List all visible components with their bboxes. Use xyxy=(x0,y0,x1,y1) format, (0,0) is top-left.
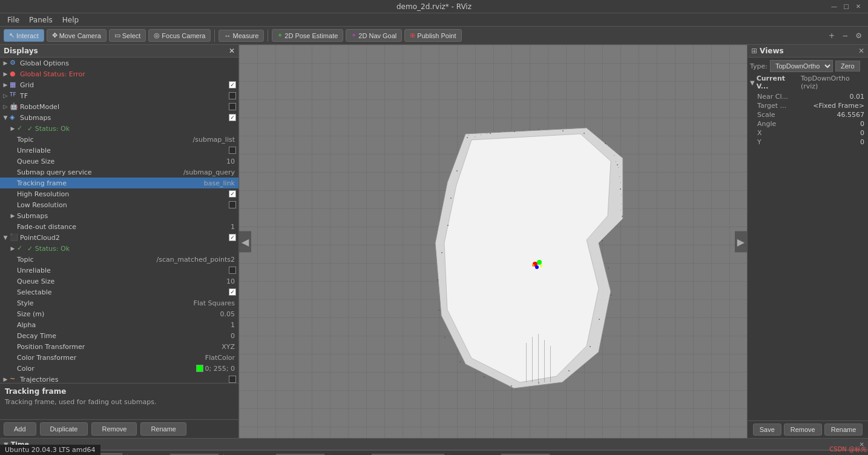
pc2-checkbox[interactable] xyxy=(228,233,237,242)
spacer xyxy=(10,333,16,339)
list-item[interactable]: Submap query service /submap_query xyxy=(0,167,238,178)
selectable-checkbox[interactable] xyxy=(228,287,237,297)
measure-icon: ↔ xyxy=(224,32,231,39)
list-item[interactable]: ▼ ⬛ PointCloud2 xyxy=(0,232,238,243)
list-item[interactable]: High Resolution xyxy=(0,188,238,199)
list-item[interactable]: Decay Time 0 xyxy=(0,330,238,341)
remove-button[interactable]: Remove xyxy=(91,422,137,436)
svg-rect-37 xyxy=(614,155,614,156)
close-button[interactable]: ✕ xyxy=(853,1,863,11)
list-item[interactable]: Unreliable xyxy=(0,265,238,276)
list-item[interactable]: ▶ ~ Trajectories xyxy=(0,374,238,383)
focus-camera-button[interactable]: ◎ Focus Camera xyxy=(148,29,211,42)
list-item[interactable]: Low Resolution xyxy=(0,199,238,210)
lowres-checkbox[interactable] xyxy=(228,200,237,210)
tree-item-label: RobotModel xyxy=(20,103,228,111)
rename-button[interactable]: Rename xyxy=(140,422,186,436)
svg-rect-5 xyxy=(538,129,539,130)
list-item[interactable]: Selectable xyxy=(0,287,238,297)
list-item[interactable]: ▶ ● Global Status: Error xyxy=(0,68,238,79)
expand-icon: ▼ xyxy=(2,115,8,121)
save-button[interactable]: Save xyxy=(753,423,781,436)
tree-item-label: Unreliable xyxy=(17,147,228,154)
nav-goal-button[interactable]: ✦ 2D Nav Goal xyxy=(346,29,402,42)
list-item[interactable]: Position Transformer XYZ xyxy=(0,341,238,352)
remove-view-button[interactable]: Remove xyxy=(784,423,822,436)
svg-rect-11 xyxy=(622,216,623,217)
spacer xyxy=(10,365,16,371)
add-button[interactable]: Add xyxy=(4,422,36,436)
publish-point-button[interactable]: ⊕ Publish Point xyxy=(404,29,461,42)
section-expand-icon: ▼ xyxy=(750,79,755,86)
rename-view-button[interactable]: Rename xyxy=(824,423,863,436)
list-item[interactable]: Fade-out distance 1 xyxy=(0,221,238,232)
tree-item-label: PointCloud2 xyxy=(20,234,228,242)
grid-checkbox[interactable] xyxy=(228,80,237,90)
move-camera-button[interactable]: ✥ Move Camera xyxy=(47,29,107,42)
status-ok-icon: ✓ xyxy=(17,124,25,133)
measure-button[interactable]: ↔ Measure xyxy=(219,30,264,42)
menu-panels[interactable]: Panels xyxy=(24,15,58,25)
svg-rect-34 xyxy=(505,131,505,132)
list-item[interactable]: ▶ ▦ Grid xyxy=(0,79,238,90)
list-item[interactable]: ▶ ✓ ✓ Status: Ok xyxy=(0,243,238,254)
submaps-checkbox[interactable] xyxy=(228,113,237,122)
svg-rect-2 xyxy=(467,137,468,138)
expand-icon: ▶ xyxy=(10,125,16,131)
menu-file[interactable]: File xyxy=(2,15,24,25)
svg-rect-35 xyxy=(523,130,524,130)
tree-item-label: Color xyxy=(17,365,196,373)
unreliable-checkbox[interactable] xyxy=(228,145,237,155)
unreliable2-checkbox[interactable] xyxy=(228,265,237,275)
select-button[interactable]: ▭ Select xyxy=(109,29,146,42)
list-item[interactable]: Topic /scan_matched_points2 xyxy=(0,254,238,265)
view-name: TopDownOrtho (rviz) xyxy=(801,75,866,90)
list-item[interactable]: Size (m) 0.05 xyxy=(0,308,238,319)
list-item[interactable]: ▶ ✓ ✓ Status: Ok xyxy=(0,123,238,134)
svg-rect-15 xyxy=(599,319,600,320)
tree-item-label: Color Transformer xyxy=(17,354,205,362)
list-item[interactable]: ▼ ◈ Submaps xyxy=(0,112,238,123)
tf-checkbox[interactable] xyxy=(228,91,237,101)
list-item[interactable]: Queue Size 10 xyxy=(0,276,238,287)
zoom-in-icon[interactable]: + xyxy=(826,32,837,40)
type-select[interactable]: TopDownOrtho xyxy=(770,60,833,72)
list-item[interactable]: ▷ 🤖 RobotModel xyxy=(0,101,238,112)
list-item[interactable]: Unreliable xyxy=(0,145,238,156)
maximize-button[interactable]: □ xyxy=(841,1,851,11)
tree-item-label: Unreliable xyxy=(17,267,228,274)
interact-button[interactable]: ↖ Interact xyxy=(4,29,44,42)
duplicate-button[interactable]: Duplicate xyxy=(40,422,88,436)
pose-estimate-button[interactable]: ✦ 2D Pose Estimate xyxy=(272,29,343,42)
menu-help[interactable]: Help xyxy=(58,15,84,25)
displays-close-button[interactable]: ✕ xyxy=(229,47,235,55)
list-item[interactable]: ▷ TF TF xyxy=(0,90,238,101)
list-item[interactable]: ▶ ⚙ Global Options xyxy=(0,58,238,68)
list-item[interactable]: Topic /submap_list xyxy=(0,134,238,145)
tree-item-label: Style xyxy=(17,299,194,307)
tf-icon: TF xyxy=(10,91,18,100)
views-close-button[interactable]: ✕ xyxy=(858,47,864,55)
svg-rect-40 xyxy=(619,176,620,177)
zero-button[interactable]: Zero xyxy=(835,61,860,71)
highres-checkbox[interactable] xyxy=(228,189,237,199)
zoom-out-icon[interactable]: − xyxy=(840,32,850,40)
minimize-button[interactable]: — xyxy=(829,1,839,11)
list-item[interactable]: Color Transformer FlatColor xyxy=(0,352,238,363)
list-item[interactable]: Alpha 1 xyxy=(0,319,238,330)
tracking-frame-row[interactable]: Tracking frame base_link xyxy=(0,178,238,188)
list-item[interactable]: Style Flat Squares xyxy=(0,297,238,308)
svg-rect-19 xyxy=(511,385,512,387)
traj-checkbox[interactable] xyxy=(228,374,237,383)
list-item[interactable]: Queue Size 10 xyxy=(0,156,238,167)
expand-icon: ▷ xyxy=(2,104,8,110)
robot-checkbox[interactable] xyxy=(228,102,237,111)
nav-right-button[interactable]: ▶ xyxy=(735,231,747,252)
svg-rect-22 xyxy=(444,337,446,338)
settings-icon[interactable]: ⚙ xyxy=(853,32,864,40)
tree-item-value: FlatColor xyxy=(205,354,237,362)
nav-left-button[interactable]: ◀ xyxy=(239,231,251,252)
list-item[interactable]: Color 0; 255; 0 xyxy=(0,363,238,374)
list-item[interactable]: ▶ Submaps xyxy=(0,210,238,221)
svg-rect-38 xyxy=(616,161,616,162)
